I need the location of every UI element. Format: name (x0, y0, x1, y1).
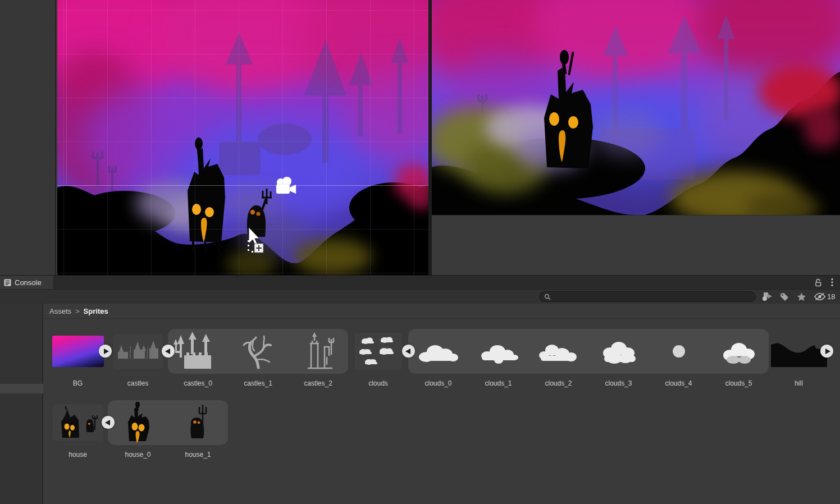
search-input[interactable] (554, 292, 751, 301)
castle-2-sprite (299, 332, 338, 370)
label-tag-icon[interactable] (780, 292, 789, 301)
asset-clouds-2[interactable]: clouds_2 (528, 329, 588, 387)
sprite-bounds-line (66, 0, 67, 185)
cloud-4-sprite (655, 337, 702, 366)
expand-button[interactable] (820, 345, 833, 358)
asset-clouds-4[interactable]: clouds_4 (649, 329, 709, 387)
asset-clouds-5[interactable]: clouds_5 (709, 329, 769, 387)
castle-1-sprite (236, 333, 281, 370)
project-browser: Assets > Sprites BG (0, 304, 840, 504)
asset-castles-0[interactable]: castles_0 (168, 329, 228, 387)
cloud-3-sprite (595, 336, 642, 366)
asset-label: castles_0 (184, 379, 212, 387)
house-1-sprite (180, 402, 216, 443)
asset-label: BG (73, 379, 83, 387)
search-input-wrap[interactable] (539, 291, 756, 302)
asset-label: house_0 (125, 451, 150, 459)
favorites-star-icon[interactable] (797, 292, 806, 301)
game-view[interactable] (432, 0, 840, 275)
tab-console[interactable]: Console (0, 276, 54, 290)
cloud-2-sprite (535, 337, 582, 366)
asset-label: clouds_3 (605, 379, 632, 387)
asset-house-0[interactable]: house_0 (108, 400, 168, 459)
empty-side-panel (0, 0, 56, 275)
hill-sprite (771, 336, 827, 367)
asset-clouds-0[interactable]: clouds_0 (408, 329, 468, 387)
hidden-objects-count: 18 (827, 292, 835, 301)
asset-bg[interactable]: BG (48, 329, 108, 387)
game-render (432, 0, 840, 215)
project-folder-tree[interactable] (0, 304, 43, 504)
unlocked-padlock-icon[interactable] (814, 278, 822, 287)
asset-house-1[interactable]: house_1 (168, 400, 228, 459)
project-search-toolbar: 18 (0, 289, 840, 304)
asset-label: clouds_1 (485, 379, 512, 387)
clouds-thumbnail[interactable] (355, 333, 402, 370)
cloud-0-sprite (415, 337, 462, 366)
console-icon (4, 279, 11, 286)
console-tab-bar: Console (0, 275, 840, 289)
asset-label: clouds_5 (725, 379, 752, 387)
breadcrumb-separator: > (75, 307, 80, 315)
asset-clouds-1[interactable]: clouds_1 (468, 329, 528, 387)
type-filter-icon[interactable] (761, 292, 773, 301)
house-subsprite-group: house_0 house_1 (108, 400, 228, 459)
selected-folder-row[interactable] (0, 384, 43, 393)
mouse-cursor (246, 226, 271, 258)
asset-label: clouds_2 (545, 379, 572, 387)
asset-clouds[interactable]: clouds (348, 329, 408, 387)
asset-label: clouds_0 (424, 379, 451, 387)
castles-multi-sprite (115, 335, 162, 368)
scene-view[interactable] (57, 0, 428, 275)
castles-thumbnail[interactable] (113, 334, 163, 369)
project-content: Assets > Sprites BG (44, 304, 840, 504)
castles-subsprite-group: castles_0 castles_1 (168, 329, 348, 387)
castle-0-sprite (173, 332, 223, 371)
game-view-empty-space (432, 215, 840, 275)
hidden-objects-toggle[interactable]: 18 (814, 292, 835, 301)
cloud-5-sprite (716, 336, 761, 366)
asset-label: house (69, 451, 87, 459)
asset-label: clouds (368, 379, 388, 387)
house-multi-sprite (54, 405, 102, 440)
clouds-multi-sprite (356, 334, 401, 369)
breadcrumb: Assets > Sprites (44, 304, 840, 319)
asset-clouds-3[interactable]: clouds_3 (588, 329, 649, 387)
sprite-grid-row: house house_0 (48, 400, 228, 459)
console-tab-label: Console (15, 278, 42, 287)
asset-castles-1[interactable]: castles_1 (228, 329, 288, 387)
asset-house[interactable]: house (48, 400, 108, 459)
eye-slash-icon (814, 292, 826, 301)
sprite-grid-row: BG (48, 329, 829, 387)
scene-grid (57, 0, 428, 275)
cloud-1-sprite (475, 337, 522, 366)
asset-hill[interactable]: hill (769, 329, 829, 387)
house-sprite (432, 0, 840, 215)
house-thumbnail[interactable] (53, 404, 103, 441)
asset-label: castles_2 (304, 379, 332, 387)
triangle-right-icon (825, 349, 830, 354)
kebab-menu-icon[interactable] (831, 278, 833, 287)
search-icon (544, 294, 551, 300)
asset-label: clouds_4 (665, 379, 692, 387)
asset-label: house_1 (185, 451, 211, 459)
asset-castles-2[interactable]: castles_2 (288, 329, 348, 387)
asset-label: castles (127, 379, 148, 387)
house-0-sprite (118, 402, 158, 443)
breadcrumb-assets[interactable]: Assets (49, 307, 71, 315)
bg-texture-thumbnail[interactable] (52, 336, 104, 367)
asset-castles[interactable]: castles (108, 329, 168, 387)
clouds-subsprite-group: clouds_0 clouds_1 (408, 329, 769, 387)
asset-label: hill (795, 379, 803, 387)
sprite-bounds-line (57, 185, 428, 186)
asset-label: castles_1 (244, 379, 272, 387)
breadcrumb-sprites[interactable]: Sprites (84, 307, 108, 315)
viewport-area (0, 0, 840, 275)
